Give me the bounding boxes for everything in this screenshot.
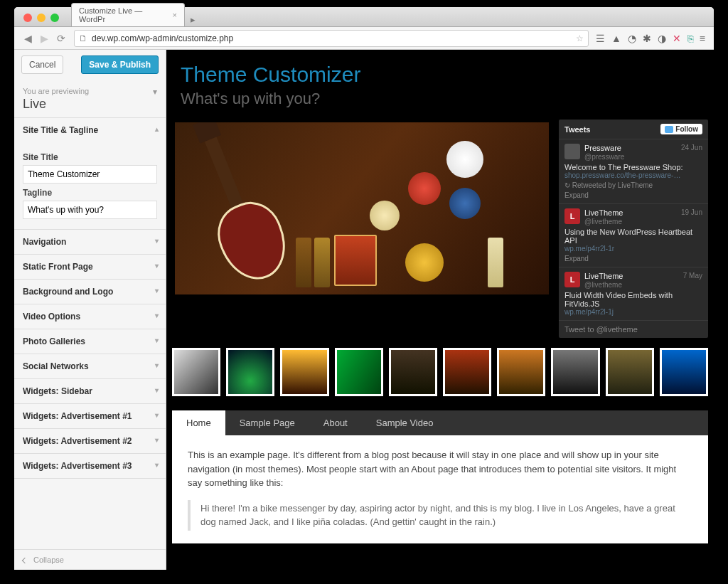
collapse-label: Collapse: [33, 556, 64, 564]
tweet-text: Welcome to The Pressware Shop:: [564, 163, 702, 171]
tweet-expand[interactable]: Expand: [564, 191, 702, 199]
section-photo-galleries[interactable]: Photo Galleries▾: [14, 329, 166, 354]
section-background-and-logo[interactable]: Background and Logo▾: [14, 280, 166, 304]
follow-button[interactable]: Follow: [660, 124, 702, 134]
tweet-link[interactable]: wp.me/p4rr2l-1r: [564, 245, 702, 253]
reload-button[interactable]: ⟳: [53, 33, 70, 44]
chevron-down-icon: ▾: [155, 262, 159, 270]
tab-sample-video[interactable]: Sample Video: [362, 410, 448, 435]
tweet[interactable]: LLiveTheme@livetheme19 JunUsing the New …: [559, 204, 708, 267]
chevron-up-icon: ▴: [155, 125, 159, 133]
section-label: Navigation: [23, 237, 66, 247]
section-static-front-page[interactable]: Static Front Page▾: [14, 255, 166, 280]
back-button[interactable]: ◀: [20, 33, 36, 44]
tagline-label: Tagline: [23, 188, 157, 198]
thumbnail[interactable]: [172, 348, 220, 396]
chevron-down-icon: ▾: [153, 87, 157, 97]
section-label: Widgets: Advertisement #1: [23, 411, 132, 421]
tweet-meta: ↻ Retweeted by LiveTheme: [564, 181, 702, 189]
url-text: dev.wp.com/wp-admin/customize.php: [92, 33, 233, 43]
tweet[interactable]: LLiveTheme@livetheme7 MayFluid Width Vid…: [559, 267, 708, 321]
cancel-button[interactable]: Cancel: [21, 55, 63, 74]
new-tab-button[interactable]: ▸: [188, 13, 198, 26]
thumbnail[interactable]: [226, 348, 274, 396]
maximize-window-icon[interactable]: [50, 14, 59, 22]
site-title-input[interactable]: [23, 165, 157, 184]
theme-selector[interactable]: ▾ You are previewing Live: [14, 80, 166, 118]
tweet-expand[interactable]: Expand: [564, 255, 702, 262]
tab-sample-page[interactable]: Sample Page: [225, 410, 309, 435]
section-body-site-title: Site Title Tagline: [14, 142, 166, 230]
ext-icon-2[interactable]: ▲: [611, 33, 621, 44]
section-widgets-advertisement-2[interactable]: Widgets: Advertisement #2▾: [14, 429, 166, 454]
preview-pane: Theme Customizer What's up with you? Twe…: [166, 50, 714, 570]
minimize-window-icon[interactable]: [37, 14, 46, 22]
tweet-handle: @pressware: [584, 153, 624, 161]
chrome-menu-icon[interactable]: ≡: [700, 33, 705, 44]
browser-tab[interactable]: Customize Live — WordPr ×: [71, 3, 185, 26]
avatar: [564, 144, 580, 159]
ext-icon-6[interactable]: ✕: [673, 33, 681, 44]
ext-icon-1[interactable]: ☰: [596, 33, 605, 44]
section-label: Photo Galleries: [23, 336, 85, 346]
collapse-icon: [22, 558, 28, 563]
thumbnail[interactable]: [660, 348, 708, 396]
tweet-to-link[interactable]: Tweet to @livetheme: [559, 321, 708, 338]
content-tabs: HomeSample PageAboutSample Video This is…: [172, 410, 708, 543]
chevron-down-icon: ▾: [155, 237, 159, 245]
tweet-link[interactable]: wp.me/p4rr2l-1j: [564, 308, 702, 316]
section-widgets-advertisement-1[interactable]: Widgets: Advertisement #1▾: [14, 404, 166, 429]
page-icon: 🗋: [79, 33, 87, 43]
browser-toolbar: ◀ ▶ ⟳ 🗋 dev.wp.com/wp-admin/customize.ph…: [14, 27, 714, 50]
save-publish-button[interactable]: Save & Publish: [81, 55, 159, 74]
section-widgets-advertisement-3[interactable]: Widgets: Advertisement #3▾: [14, 454, 166, 479]
tab-home[interactable]: Home: [172, 410, 225, 435]
tagline-input[interactable]: [23, 201, 157, 219]
thumbnail[interactable]: [389, 348, 437, 396]
site-tagline: What's up with you?: [166, 90, 714, 120]
section-site-title-tagline[interactable]: Site Title & Tagline ▴: [14, 118, 166, 142]
section-label: Social Networks: [23, 361, 89, 371]
thumbnail[interactable]: [606, 348, 654, 396]
chevron-down-icon: ▾: [155, 436, 159, 444]
thumbnail[interactable]: [280, 348, 328, 396]
thumbnail[interactable]: [551, 348, 599, 396]
close-window-icon[interactable]: [23, 14, 32, 22]
tweet-link[interactable]: shop.pressware.co/the-pressware-…: [564, 171, 702, 179]
photo-thumbnails: [166, 338, 714, 406]
ext-icon-3[interactable]: ◔: [628, 33, 636, 44]
thumbnail[interactable]: [443, 348, 491, 396]
forward-button[interactable]: ▶: [36, 33, 53, 44]
ext-icon-7[interactable]: ⎘: [687, 33, 693, 44]
section-social-networks[interactable]: Social Networks▾: [14, 354, 166, 379]
tweet-author: Pressware: [584, 144, 621, 152]
avatar: L: [564, 272, 580, 287]
thumbnail[interactable]: [335, 348, 383, 396]
tweet-author: LiveTheme: [584, 208, 623, 217]
tweet[interactable]: Pressware@pressware24 JunWelcome to The …: [559, 139, 708, 204]
browser-titlebar: Customize Live — WordPr × ▸: [14, 7, 714, 27]
customizer-sidebar: Cancel Save & Publish ▾ You are previewi…: [14, 50, 166, 570]
address-bar[interactable]: 🗋 dev.wp.com/wp-admin/customize.php ☆: [74, 30, 589, 47]
section-label: Widgets: Sidebar: [23, 386, 92, 396]
tweet-date: 24 Jun: [681, 144, 702, 152]
section-video-options[interactable]: Video Options▾: [14, 304, 166, 329]
section-widgets-sidebar[interactable]: Widgets: Sidebar▾: [14, 379, 166, 404]
tab-about[interactable]: About: [309, 410, 362, 435]
tab-title: Customize Live — WordPr: [79, 6, 168, 23]
section-navigation[interactable]: Navigation▾: [14, 230, 166, 255]
close-tab-icon[interactable]: ×: [173, 11, 177, 19]
collapse-sidebar[interactable]: Collapse: [14, 549, 166, 570]
theme-name: Live: [23, 97, 157, 112]
section-label: Background and Logo: [23, 287, 113, 297]
chevron-down-icon: ▾: [155, 461, 159, 469]
site-title[interactable]: Theme Customizer: [166, 50, 714, 90]
tweet-date: 19 Jun: [681, 208, 702, 216]
tweet-text: Fluid Width Video Embeds with FitVids.JS: [564, 291, 702, 308]
thumbnail[interactable]: [497, 348, 545, 396]
ext-icon-5[interactable]: ◑: [658, 33, 666, 44]
ext-icon-4[interactable]: ✱: [643, 33, 651, 44]
bookmark-icon[interactable]: ☆: [576, 33, 584, 43]
chevron-down-icon: ▾: [155, 312, 159, 319]
tweets-widget: Tweets Follow Pressware@pressware24 JunW…: [559, 120, 708, 338]
